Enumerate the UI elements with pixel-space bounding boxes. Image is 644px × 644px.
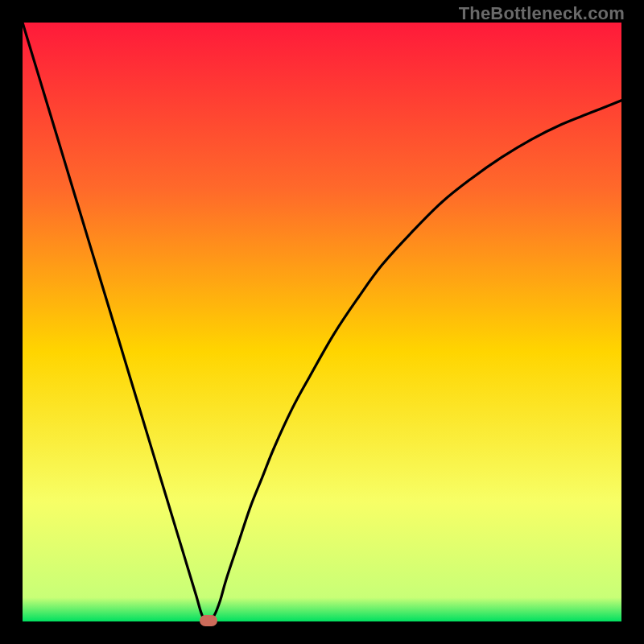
optimal-point-marker [200, 615, 217, 626]
chart-container: TheBottleneck.com [0, 0, 644, 644]
bottleneck-chart [23, 23, 621, 621]
attribution-text: TheBottleneck.com [459, 3, 625, 24]
